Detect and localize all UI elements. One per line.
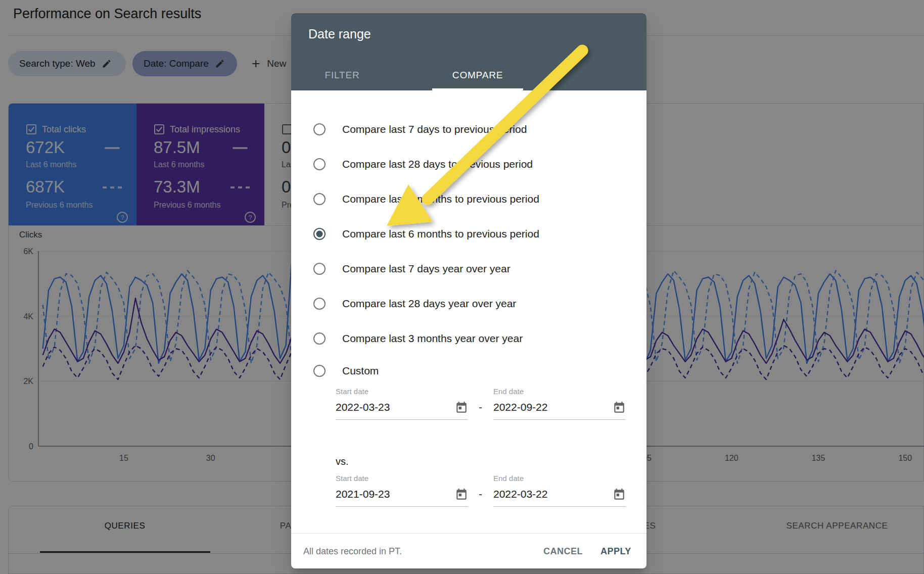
date-range-dialog: Date range FILTER COMPARE Compare last 7… xyxy=(291,13,646,568)
radio-icon[interactable] xyxy=(313,123,326,135)
start-date-field-2[interactable]: Start date 2021-09-23 xyxy=(336,474,468,515)
calendar-icon[interactable] xyxy=(613,488,626,501)
radio-option-28-days-previous[interactable]: Compare last 28 days to previous period xyxy=(291,147,646,181)
timezone-note: All dates recorded in PT. xyxy=(303,546,402,557)
compare-options-list: Compare last 7 days to previous period C… xyxy=(291,112,646,386)
radio-icon[interactable] xyxy=(313,298,326,310)
radio-icon[interactable] xyxy=(313,158,326,170)
calendar-icon[interactable] xyxy=(455,488,468,501)
end-date-field-2[interactable]: End date 2022-03-22 xyxy=(493,474,626,515)
radio-option-28-days-yoy[interactable]: Compare last 28 days year over year xyxy=(291,286,646,321)
dialog-title: Date range xyxy=(308,27,371,41)
apply-button[interactable]: APPLY xyxy=(600,546,631,557)
radio-option-3-months-yoy[interactable]: Compare last 3 months year over year xyxy=(291,321,646,356)
radio-icon[interactable] xyxy=(313,365,326,377)
vs-label: vs. xyxy=(336,456,349,467)
screen: Performance on Search results Search typ… xyxy=(0,0,924,574)
calendar-icon[interactable] xyxy=(455,401,468,414)
cancel-button[interactable]: CANCEL xyxy=(543,546,583,557)
radio-option-6-months-previous[interactable]: Compare last 6 months to previous period xyxy=(291,216,646,251)
radio-icon[interactable] xyxy=(313,193,326,205)
dialog-tab-compare[interactable]: COMPARE xyxy=(452,70,503,81)
start-date-field-1[interactable]: Start date 2022-03-23 xyxy=(336,387,468,428)
radio-option-7-days-previous[interactable]: Compare last 7 days to previous period xyxy=(291,112,646,147)
radio-option-3-months-previous[interactable]: Compare last 3 months to previous period xyxy=(291,181,646,216)
calendar-icon[interactable] xyxy=(613,401,626,414)
date-range-separator: - xyxy=(479,401,482,413)
end-date-field-1[interactable]: End date 2022-09-22 xyxy=(493,387,626,428)
active-tab-indicator xyxy=(432,88,523,90)
dialog-footer: All dates recorded in PT. CANCEL APPLY xyxy=(291,533,646,568)
radio-icon[interactable] xyxy=(313,332,326,345)
dialog-header: Date range FILTER COMPARE xyxy=(291,13,646,90)
radio-option-7-days-yoy[interactable]: Compare last 7 days year over year xyxy=(291,251,646,286)
radio-option-custom[interactable]: Custom xyxy=(291,356,646,386)
radio-selected-icon[interactable] xyxy=(313,228,326,240)
radio-icon[interactable] xyxy=(313,263,326,275)
date-range-separator: - xyxy=(479,488,482,500)
dialog-tab-filter[interactable]: FILTER xyxy=(325,70,360,81)
